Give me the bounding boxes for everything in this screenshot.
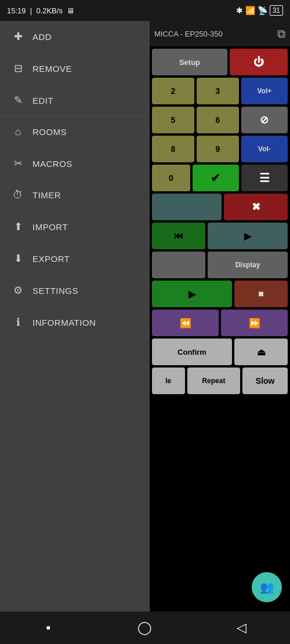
display-button[interactable]: Display — [208, 252, 288, 278]
remote-row-6: ✖ — [152, 194, 288, 220]
copy-icon[interactable]: ⧉ — [277, 27, 285, 41]
status-bar: 15:19 | 0.2KB/s 🖥 ✱ 📶 📡 31 — [0, 0, 290, 21]
sidebar-item-macros-label: MACROS — [32, 159, 72, 169]
menu-button[interactable]: ☰ — [241, 165, 288, 191]
remove-icon: ⊟ — [12, 62, 24, 75]
sidebar-item-settings[interactable]: ⚙ SETTINGS — [0, 275, 150, 307]
nav-home-button[interactable]: ◯ — [130, 616, 160, 639]
remote-row-10: ⏪ ⏩ — [152, 310, 288, 336]
vol-plus-button[interactable]: Vol+ — [241, 78, 288, 104]
home-icon: ⌂ — [12, 126, 24, 138]
cancel-button[interactable]: ✖ — [224, 194, 288, 220]
remote-row-7: ⏮ ▶ — [152, 223, 288, 249]
navigation-bar: ▪ ◯ ◁ — [0, 612, 290, 644]
sidebar-item-timer-label: TIMER — [32, 190, 61, 200]
sidebar-item-rooms-label: ROOMS — [32, 127, 67, 137]
timer-icon: ⏱ — [12, 189, 24, 201]
vol-minus-button[interactable]: Vol- — [241, 136, 288, 162]
status-icons: ✱ 📶 📡 31 — [236, 5, 283, 16]
sidebar-item-timer[interactable]: ⏱ TIMER — [0, 180, 150, 211]
remote-row-1: Setup ⏻ — [152, 49, 288, 75]
sidebar-item-edit[interactable]: ✎ EDIT — [0, 85, 150, 117]
remote-row-12: le Repeat Slow — [152, 368, 288, 394]
back-button[interactable] — [152, 194, 222, 220]
slow-button[interactable]: Slow — [242, 368, 288, 394]
sidebar-item-export-label: EXPORT — [32, 254, 70, 264]
import-icon: ⬆ — [12, 220, 24, 233]
remote-buttons-area: Setup ⏻ 2 3 Vol+ 5 6 ⊘ 8 9 Vol- 0 ✔ ☰ — [150, 46, 290, 396]
remote-row-8: Display — [152, 252, 288, 278]
export-icon: ⬇ — [12, 252, 24, 265]
status-time-data: 15:19 | 0.2KB/s 🖥 — [7, 6, 74, 15]
status-time: 15:19 — [7, 6, 26, 15]
repeat-button[interactable]: Repeat — [187, 368, 241, 394]
remote-row-5: 0 ✔ ☰ — [152, 165, 288, 191]
confirm-button[interactable]: Confirm — [152, 339, 232, 365]
sidebar: ✚ ADD ⊟ REMOVE ✎ EDIT ⌂ ROOMS ✂ MACROS ⏱… — [0, 21, 150, 612]
remote-title: MICCA - EP250-350 — [154, 30, 223, 38]
btn-6[interactable]: 6 — [197, 107, 239, 133]
sidebar-item-settings-label: SETTINGS — [32, 286, 78, 296]
sidebar-item-remove[interactable]: ⊟ REMOVE — [0, 53, 150, 85]
prev-button[interactable]: ⏮ — [152, 223, 205, 249]
stop-button[interactable]: ■ — [234, 281, 288, 307]
gear-icon: ⚙ — [12, 284, 24, 297]
play-button[interactable]: ▶ — [152, 281, 232, 307]
wifi-icon: 📡 — [258, 6, 267, 15]
remote-row-9: ▶ ■ — [152, 281, 288, 307]
status-data: 0.2KB/s — [36, 6, 63, 15]
bluetooth-icon: ✱ — [236, 6, 243, 15]
btn-3[interactable]: 3 — [197, 78, 239, 104]
person-add-icon: 👥 — [260, 580, 274, 594]
sidebar-item-import-label: IMPORT — [32, 222, 68, 232]
btn-8[interactable]: 8 — [152, 136, 194, 162]
fast-forward-button[interactable]: ⏩ — [221, 310, 288, 336]
setup-button[interactable]: Setup — [152, 49, 227, 75]
remote-row-11: Confirm ⏏ — [152, 339, 288, 365]
play-fwd-button[interactable]: ▶ — [208, 223, 288, 249]
power-button[interactable]: ⏻ — [230, 49, 288, 75]
sidebar-item-information-label: INFORMATION — [32, 318, 96, 328]
btn-2[interactable]: 2 — [152, 78, 194, 104]
sidebar-item-rooms[interactable]: ⌂ ROOMS — [0, 117, 150, 148]
blank-button-1[interactable] — [152, 252, 205, 278]
angle-button[interactable]: le — [152, 368, 185, 394]
sidebar-item-export[interactable]: ⬇ EXPORT — [0, 243, 150, 275]
btn-5[interactable]: 5 — [152, 107, 194, 133]
macros-icon: ✂ — [12, 157, 24, 170]
sidebar-item-remove-label: REMOVE — [32, 64, 72, 74]
ok-button[interactable]: ✔ — [193, 165, 239, 191]
remote-row-3: 5 6 ⊘ — [152, 107, 288, 133]
btn-9[interactable]: 9 — [197, 136, 239, 162]
eject-button[interactable]: ⏏ — [234, 339, 288, 365]
signal-icon: 📶 — [245, 6, 255, 15]
remote-panel: MICCA - EP250-350 ⧉ Setup ⏻ 2 3 Vol+ 5 6… — [150, 21, 290, 612]
btn-0[interactable]: 0 — [152, 165, 190, 191]
remote-row-4: 8 9 Vol- — [152, 136, 288, 162]
nav-back-button[interactable]: ◁ — [227, 616, 256, 639]
remote-header: MICCA - EP250-350 ⧉ — [150, 21, 290, 46]
sidebar-item-add[interactable]: ✚ ADD — [0, 21, 150, 53]
sidebar-item-add-label: ADD — [32, 32, 52, 42]
edit-icon: ✎ — [12, 94, 24, 107]
mute-button[interactable]: ⊘ — [241, 107, 288, 133]
add-icon: ✚ — [12, 30, 24, 43]
sidebar-item-edit-label: EDIT — [32, 96, 53, 105]
sidebar-item-information[interactable]: ℹ INFORMATION — [0, 307, 150, 339]
rewind-button[interactable]: ⏪ — [152, 310, 219, 336]
sidebar-item-macros[interactable]: ✂ MACROS — [0, 148, 150, 180]
nav-square-button[interactable]: ▪ — [34, 616, 63, 639]
battery-icon: 31 — [270, 5, 283, 16]
info-icon: ℹ — [12, 316, 24, 329]
sidebar-item-import[interactable]: ⬆ IMPORT — [0, 211, 150, 243]
fab-button[interactable]: 👥 — [252, 572, 282, 602]
remote-row-2: 2 3 Vol+ — [152, 78, 288, 104]
